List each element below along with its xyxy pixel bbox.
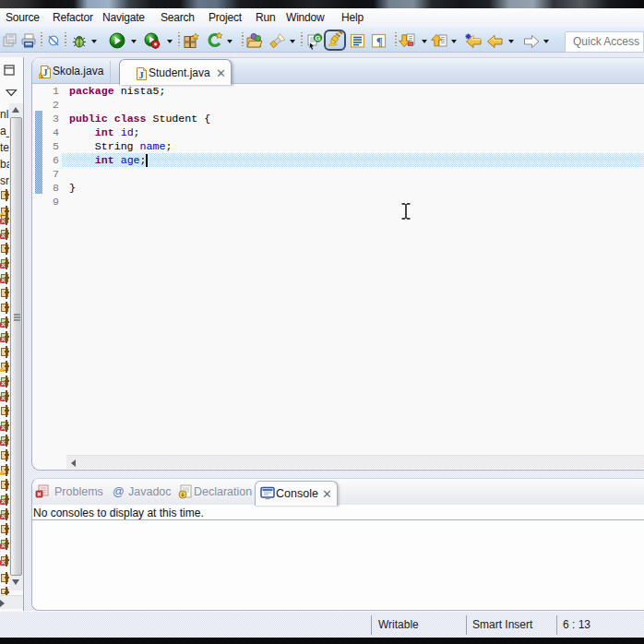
svg-text:¶: ¶ — [376, 34, 383, 48]
svg-text:J: J — [138, 69, 144, 80]
svg-text:!: ! — [41, 74, 42, 79]
svg-text:G: G — [316, 34, 321, 42]
svg-text:J: J — [43, 67, 48, 78]
